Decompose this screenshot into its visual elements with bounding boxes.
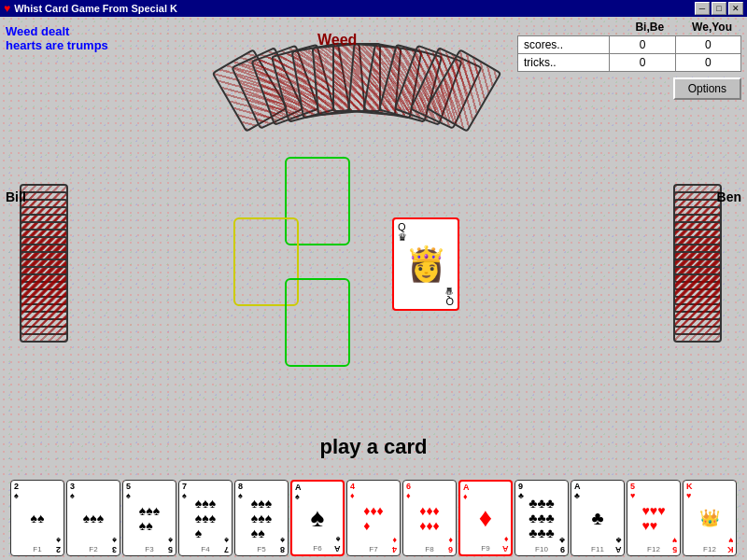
hand-card[interactable]: 7♠♠♠♠♠♠♠♠7♠F4 <box>178 480 233 556</box>
tricks-label: tricks.. <box>518 54 610 72</box>
hand-card[interactable]: 5♠♠♠♠♠♠5♠F3 <box>122 480 176 556</box>
card-suit-center: ♣ <box>591 508 603 529</box>
card-suit-center: ♠ <box>311 503 325 533</box>
title-bar: ♥ Whist Card Game From Special K ─ □ ✕ <box>0 0 747 17</box>
tricks-row: tricks.. 0 0 <box>518 54 741 72</box>
card-function-key: F12 <box>684 545 736 553</box>
close-button[interactable]: ✕ <box>728 2 743 15</box>
trumps-text: hearts are trumps <box>6 38 108 52</box>
card-function-key: F10 <box>515 545 568 553</box>
card-face-icon: 👸 <box>405 245 447 284</box>
hand-card[interactable]: 4♦♦♦♦♦4♦F7 <box>346 480 401 556</box>
card-function-key: F11 <box>571 545 624 553</box>
minimize-button[interactable]: ─ <box>695 2 710 15</box>
card-corner-top-left: 2♠ <box>14 483 19 501</box>
card-function-key: F5 <box>235 545 288 553</box>
card-corner-top-left: K♥ <box>686 483 693 501</box>
card-suit-center: ♠♠♠♠♠♠♠♠ <box>251 496 272 540</box>
left-info: Weed dealt hearts are trumps <box>6 24 108 52</box>
title-bar-text: ♥ Whist Card Game From Special K <box>4 2 177 15</box>
card-suit-center: ♣♣♣♣♣♣♣♣♣ <box>529 496 555 540</box>
player-weed-label: Weed <box>317 32 357 49</box>
right-hand-card <box>673 273 722 343</box>
hand-card[interactable]: 2♠♠♠2♠F1 <box>10 480 64 556</box>
hand-card[interactable]: 9♣♣♣♣♣♣♣♣♣♣9♣F10 <box>514 480 569 556</box>
hand-card[interactable]: A♦♦A♦F9 <box>458 480 513 556</box>
card-function-key: F8 <box>403 545 456 553</box>
card-corner-top-left: 3♠ <box>70 483 75 501</box>
card-suit-center: ♦♦♦♦ <box>363 503 383 533</box>
hand-card[interactable]: 6♦♦♦♦♦♦♦6♦F8 <box>402 480 457 556</box>
card-corner-top-left: 8♠ <box>238 483 243 501</box>
score-panel: Bi,Be We,You scores.. 0 0 tricks.. 0 0 O… <box>517 21 741 100</box>
dealt-text: Weed dealt <box>6 24 108 38</box>
title-bar-buttons: ─ □ ✕ <box>695 2 743 15</box>
card-suit-center: ♠♠♠♠♠♠♠ <box>195 496 216 540</box>
card-function-key: F7 <box>347 545 400 553</box>
card-function-key: F4 <box>179 545 232 553</box>
hand-card[interactable]: 3♠♠♠♠3♠F2 <box>66 480 120 556</box>
game-area: Weed dealt hearts are trumps Bi,Be We,Yo… <box>0 17 747 560</box>
card-rank-tl: Q♛ <box>398 222 407 243</box>
scores-bi: 0 <box>610 36 675 54</box>
scores-label: scores.. <box>518 36 610 54</box>
card-corner-top-left: A♠ <box>295 483 302 502</box>
card-corner-top-left: 7♠ <box>182 483 187 501</box>
card-corner-top-left: 4♦ <box>350 483 355 501</box>
tricks-we: 0 <box>675 54 740 72</box>
hand-card[interactable]: 8♠♠♠♠♠♠♠♠♠8♠F5 <box>234 480 289 556</box>
player-bill-label: Bill <box>6 189 26 204</box>
card-function-key: F3 <box>123 545 176 553</box>
play-area <box>224 157 411 371</box>
card-suit-center: ♦♦♦♦♦♦ <box>419 503 439 533</box>
card-function-key: F2 <box>67 545 120 553</box>
hand-card[interactable]: A♣♣A♣F11 <box>571 480 625 556</box>
card-suit-center: ♠♠♠♠♠ <box>139 503 160 533</box>
card-corner-top-left: 5♠ <box>126 483 131 501</box>
play-prompt: play a card <box>0 435 747 459</box>
hand-card[interactable]: 5♥♥♥♥♥♥5♥F12 <box>627 480 681 556</box>
play-slot-bottom <box>285 278 350 367</box>
score-col1: Bi,Be <box>635 21 664 34</box>
hand-card[interactable]: K♥👑K♥F12 <box>683 480 737 556</box>
card-corner-top-left: 5♥ <box>630 483 635 501</box>
card-suit-center: ♠♠♠ <box>83 511 104 525</box>
played-card: Q♛ 👸 Q♛ <box>392 217 459 311</box>
bill-hand <box>9 194 84 306</box>
scores-we: 0 <box>675 36 740 54</box>
card-suit-center: ♠♠ <box>31 511 45 525</box>
ben-hand <box>663 194 738 306</box>
card-corner-top-left: A♣ <box>574 483 581 501</box>
card-suit-center: ♥♥♥♥♥ <box>642 503 666 533</box>
card-corner-top-left: 6♦ <box>406 483 411 501</box>
card-suit-center: ♦ <box>479 503 492 533</box>
score-header: Bi,Be We,You <box>517 21 741 34</box>
card-suit-center: 👑 <box>699 508 720 528</box>
card-function-key: F1 <box>11 545 63 553</box>
weed-hand <box>224 43 467 136</box>
scores-row: scores.. 0 0 <box>518 36 741 54</box>
title-bar-icon: ♥ <box>4 2 10 15</box>
card-function-key: F9 <box>460 544 511 553</box>
left-hand-card <box>20 273 68 343</box>
hand-area[interactable]: 2♠♠♠2♠F13♠♠♠♠3♠F25♠♠♠♠♠♠5♠F37♠♠♠♠♠♠♠♠7♠F… <box>0 480 747 556</box>
score-col2: We,You <box>692 21 732 34</box>
player-ben-label: Ben <box>717 189 741 204</box>
title-bar-label: Whist Card Game From Special K <box>14 3 177 14</box>
card-corner-top-left: A♦ <box>463 483 470 502</box>
score-table: scores.. 0 0 tricks.. 0 0 <box>517 35 741 72</box>
hand-card[interactable]: A♠♠A♠F6 <box>290 480 345 556</box>
card-function-key: F6 <box>292 544 343 553</box>
tricks-bi: 0 <box>610 54 675 72</box>
restore-button[interactable]: □ <box>712 2 726 15</box>
options-button[interactable]: Options <box>673 77 741 100</box>
card-rank-br: Q♛ <box>444 286 454 306</box>
card-corner-top-left: 9♣ <box>518 483 524 501</box>
card-function-key: F12 <box>627 545 680 553</box>
